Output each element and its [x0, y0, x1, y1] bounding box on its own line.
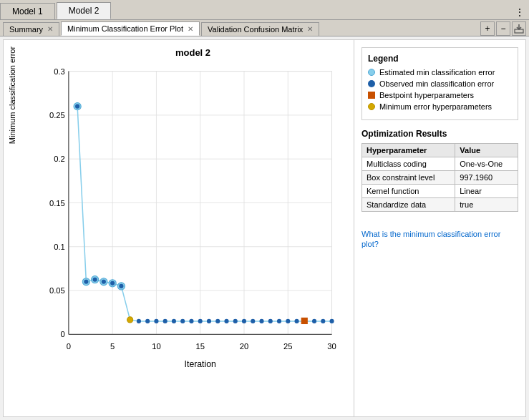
param-cell: Standardize data [362, 198, 455, 212]
value-cell: true [455, 198, 518, 212]
col-header-param: Hyperparameter [362, 144, 455, 157]
export-icon [514, 24, 524, 34]
svg-point-54 [198, 319, 203, 323]
sub-tab-min-error[interactable]: Minimum Classification Error Plot ✕ [61, 21, 200, 36]
svg-point-45 [119, 284, 123, 288]
chart-title: model 2 [39, 47, 346, 58]
sub-tab-confusion-close[interactable]: ✕ [307, 25, 313, 33]
svg-point-67 [127, 317, 133, 323]
svg-point-51 [172, 319, 176, 323]
inner-content: Summary ✕ Minimum Classification Error P… [0, 20, 529, 420]
svg-point-47 [137, 319, 141, 323]
chart-area: model 2 Minimum classification error [4, 40, 354, 416]
legend-min-error-label: Minimum error hyperparameters [379, 102, 492, 111]
value-cell: 997.1960 [455, 171, 518, 185]
sub-tab-summary-label: Summary [9, 25, 43, 34]
svg-point-44 [110, 281, 115, 285]
zoom-out-button[interactable]: − [496, 21, 510, 36]
svg-text:0: 0 [61, 330, 65, 338]
value-cell: One-vs-One [455, 157, 518, 171]
svg-text:0.3: 0.3 [54, 67, 65, 76]
table-row: Kernel function Linear [362, 185, 518, 198]
svg-point-59 [242, 319, 246, 323]
sub-tab-min-error-label: Minimum Classification Error Plot [67, 24, 183, 33]
table-row: Box constraint level 997.1960 [362, 171, 518, 185]
svg-text:0.2: 0.2 [54, 155, 65, 163]
svg-point-56 [215, 319, 220, 323]
min-error-dot-icon [368, 103, 375, 110]
svg-point-48 [145, 319, 150, 323]
legend-item-estimated: Estimated min classification error [368, 68, 512, 77]
model-tab-2[interactable]: Model 2 [57, 2, 112, 19]
svg-text:0: 0 [67, 342, 71, 351]
svg-point-41 [84, 280, 88, 284]
app-container: Model 1 Model 2 ⋮ Summary ✕ Minimum Clas… [0, 0, 529, 420]
right-panel: Legend Estimated min classification erro… [354, 40, 525, 416]
model-tab-1[interactable]: Model 1 [0, 3, 55, 19]
svg-text:30: 30 [327, 342, 336, 351]
svg-point-65 [294, 319, 299, 323]
col-header-value: Value [455, 144, 518, 157]
svg-text:25: 25 [283, 342, 292, 351]
svg-point-57 [224, 319, 228, 323]
legend-title: Legend [368, 54, 512, 64]
svg-text:5: 5 [110, 342, 115, 351]
help-link[interactable]: What is the minimum classification error… [361, 230, 500, 248]
svg-point-52 [180, 319, 185, 323]
bestpoint-square-icon [368, 92, 375, 99]
svg-point-61 [259, 319, 263, 323]
chart-wrapper: Minimum classification error [39, 62, 346, 381]
svg-point-43 [102, 280, 106, 284]
svg-point-58 [233, 319, 238, 323]
svg-point-60 [251, 319, 255, 323]
svg-text:0.1: 0.1 [54, 243, 65, 251]
legend-item-observed: Observed min classification error [368, 79, 512, 88]
zoom-in-button[interactable]: + [480, 21, 495, 36]
param-cell: Box constraint level [362, 171, 455, 185]
optimization-results-table: Hyperparameter Value Multiclass coding O… [361, 143, 518, 212]
model-tab-bar: Model 1 Model 2 ⋮ [0, 0, 529, 20]
svg-text:20: 20 [240, 342, 248, 351]
legend-item-min-error: Minimum error hyperparameters [368, 102, 512, 111]
chart-svg: 0 0.05 0.1 0.15 0.2 0.25 0.3 0 5 10 15 2… [39, 62, 346, 381]
value-cell: Linear [455, 185, 518, 198]
svg-text:0.05: 0.05 [49, 286, 65, 295]
sub-tab-min-error-close[interactable]: ✕ [188, 25, 193, 33]
svg-point-63 [277, 319, 281, 323]
svg-point-62 [268, 319, 273, 323]
svg-point-40 [75, 104, 79, 109]
tab-menu-button[interactable]: ⋮ [510, 5, 529, 19]
estimated-dot-icon [368, 69, 375, 76]
svg-point-53 [189, 319, 193, 323]
svg-rect-66 [301, 318, 308, 324]
legend-observed-label: Observed min classification error [379, 79, 494, 88]
legend-box: Legend Estimated min classification erro… [361, 47, 518, 120]
sub-tab-confusion[interactable]: Validation Confusion Matrix ✕ [201, 22, 319, 36]
sub-tab-icons: + − [480, 21, 526, 36]
svg-point-68 [312, 319, 316, 323]
optimization-results-title: Optimization Results [361, 129, 518, 139]
legend-item-bestpoint: Bestpoint hyperparameters [368, 91, 512, 99]
sub-tab-summary[interactable]: Summary ✕ [3, 22, 59, 36]
svg-point-70 [330, 319, 334, 323]
table-row: Multiclass coding One-vs-One [362, 157, 518, 171]
legend-estimated-label: Estimated min classification error [379, 68, 495, 77]
export-button[interactable] [512, 21, 526, 36]
param-cell: Kernel function [362, 185, 455, 198]
table-row: Standardize data true [362, 198, 518, 212]
sub-tab-confusion-label: Validation Confusion Matrix [208, 25, 303, 34]
svg-text:10: 10 [152, 342, 160, 351]
svg-point-64 [286, 319, 290, 323]
svg-text:15: 15 [195, 342, 204, 351]
param-cell: Multiclass coding [362, 157, 455, 171]
y-axis-label: Minimum classification error [8, 38, 16, 152]
svg-text:0.25: 0.25 [49, 111, 65, 119]
svg-point-55 [207, 319, 211, 323]
svg-point-50 [163, 319, 168, 323]
svg-text:Iteration: Iteration [185, 359, 216, 369]
svg-point-42 [93, 278, 97, 282]
svg-text:0.15: 0.15 [49, 199, 65, 207]
main-panel: model 2 Minimum classification error [3, 39, 526, 417]
sub-tab-summary-close[interactable]: ✕ [47, 25, 53, 33]
observed-dot-icon [368, 80, 375, 87]
